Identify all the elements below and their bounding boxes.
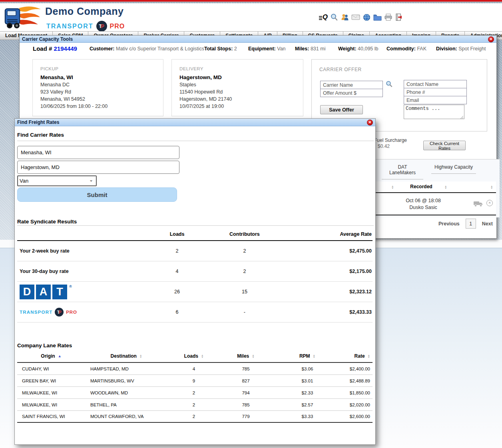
row-loads: 6: [141, 309, 213, 315]
tab-highway-capacity[interactable]: Highway Capacity: [431, 164, 476, 174]
truck-icon[interactable]: [473, 200, 484, 209]
cell-miles: 779: [220, 414, 271, 419]
equipment-select-wrap: Van ⌄: [17, 175, 97, 186]
lane-col-loads[interactable]: Loads▲▼: [167, 353, 220, 359]
table-row: TRANSPORT TP PRO 6 - $2,433.33: [17, 302, 373, 323]
tp-logo-icon: TP: [55, 308, 64, 317]
users-icon[interactable]: [341, 13, 349, 22]
sort-icon: ▲▼: [139, 354, 142, 358]
tab-dat-lanemakers[interactable]: DAT LaneMakers: [382, 164, 423, 179]
close-icon[interactable]: ✕: [488, 36, 494, 42]
cell-origin: SAINT FRANCIS, WI: [17, 414, 85, 419]
cell-origin: MILWAUKEE, WI: [17, 402, 85, 407]
carrier-name-input[interactable]: [320, 81, 383, 89]
comments-textarea[interactable]: [404, 105, 464, 119]
cell-rpm: $2.33: [271, 390, 343, 395]
table-row: Your 2-week buy rate 2 2 $2,475.00: [17, 241, 373, 261]
folder-icon[interactable]: [373, 13, 382, 22]
print-icon[interactable]: [384, 13, 392, 22]
dialog-titlebar[interactable]: Find Freight Rates ✕: [15, 119, 375, 126]
cell-rpm: $2.57: [271, 402, 343, 407]
sort-icon[interactable]: ▲▼: [444, 185, 447, 189]
close-icon[interactable]: ✕: [367, 119, 373, 125]
row-rate: $2,433.33: [277, 309, 373, 315]
cell-rate: $2,600.00: [343, 414, 373, 419]
lane-col-miles[interactable]: Miles▲▼: [220, 353, 271, 359]
brand-transport-text: TRANSPORT: [46, 23, 94, 30]
cell-miles: 827: [220, 378, 271, 383]
fuel-surcharge-label: Fuel Surcharge: [374, 137, 407, 143]
logout-icon[interactable]: [394, 13, 403, 22]
lane-header-row: Origin▲ Destination▲▼ Loads▲▼ Miles▲▼ RP…: [17, 350, 373, 363]
load-number-label: Load # 2194449: [33, 45, 77, 52]
cell-destination: BETHEL, PA: [85, 402, 167, 407]
row-loads: 4: [141, 269, 213, 274]
offer-amount-input[interactable]: [320, 89, 383, 97]
lane-col-rpm[interactable]: RPM▲▼: [271, 353, 343, 359]
table-row: D A T ® 26 15 $2,323.12: [17, 282, 373, 302]
delivery-heading: DELIVERY: [179, 66, 303, 71]
row-rate: $2,175.00: [277, 269, 373, 274]
sort-icon[interactable]: ▲▼: [490, 185, 493, 189]
table-row: SAINT FRANCIS, WI MOUNT CRAWFORD, VA 2 7…: [17, 411, 373, 423]
divider: [17, 141, 374, 141]
origin-input[interactable]: [17, 146, 179, 159]
cell-rate: $2,400.00: [343, 366, 373, 371]
load-number-link[interactable]: 2194449: [54, 45, 77, 52]
mail-icon[interactable]: [351, 13, 360, 22]
sort-ascending-icon: ▲: [58, 354, 62, 358]
row-rate: $2,475.00: [277, 248, 373, 254]
detail-division: Division: Spot Freight: [436, 46, 486, 52]
pickup-panel: PICKUP Menasha, WI Menasha DC 923 Valley…: [32, 59, 163, 116]
capacity-window-titlebar[interactable]: Carrier Capacity Tools ✕: [20, 36, 496, 43]
detail-weight: Weight: 40,095 lb: [338, 46, 378, 52]
syndicate-col-contributors: Contributors: [213, 231, 277, 237]
cell-loads: 2: [167, 390, 220, 395]
row-label: Your 2-week buy rate: [17, 248, 141, 254]
header-toolbar: Q: [319, 13, 403, 22]
equipment-select[interactable]: Van: [17, 175, 97, 186]
pickup-line: Menasha, WI 54952: [40, 96, 163, 102]
previous-button[interactable]: Previous: [438, 221, 460, 227]
next-button[interactable]: Next: [482, 221, 493, 227]
carrier-search-icon[interactable]: [386, 81, 392, 89]
cell-origin: GREEN BAY, WI: [17, 378, 85, 383]
cell-rpm: $3.33: [271, 414, 343, 419]
phone-input[interactable]: [404, 88, 467, 96]
lane-col-rate[interactable]: Rate▲▼: [343, 353, 373, 359]
lane-col-destination[interactable]: Destination▲▼: [85, 353, 167, 359]
page-number-button[interactable]: 1: [466, 219, 476, 229]
pickup-city: Menasha, WI: [40, 74, 163, 80]
screen: { "header": { "title": "Demo Company", "…: [0, 0, 502, 448]
web-icon[interactable]: [362, 13, 371, 22]
search-icon[interactable]: [330, 13, 339, 22]
destination-input[interactable]: [17, 161, 179, 174]
brand-logo: TRANSPORT TP PRO: [46, 21, 125, 32]
row-rate: $2,323.12: [277, 289, 373, 295]
sort-icon[interactable]: ▲▼: [391, 185, 394, 189]
delivery-window: 10/07/2025 at 19:00: [179, 104, 303, 109]
dat-logo: D A T ®: [17, 285, 141, 299]
cell-rpm: $3.01: [271, 378, 343, 383]
contact-name-input[interactable]: [404, 80, 467, 88]
cell-destination: MOUNT CRAWFORD, VA: [85, 414, 167, 419]
syndicate-header-row: Loads Contributors Average Rate: [17, 228, 373, 241]
transport-pro-logo: TRANSPORT TP PRO: [17, 308, 141, 317]
check-current-rates-button[interactable]: Check Current Rates: [423, 141, 466, 150]
carrier-offer-heading: CARRIER OFFER: [319, 67, 362, 72]
row-label: Your 30-day buy rate: [17, 269, 141, 274]
delivery-panel: DELIVERY Hagerstown, MD Staples 11540 Ho…: [171, 59, 303, 116]
save-offer-button[interactable]: Save Offer: [320, 105, 363, 114]
flame-shape: [19, 6, 41, 12]
recorded-column-header[interactable]: Recorded: [403, 184, 439, 189]
remove-icon[interactable]: ✕: [486, 200, 493, 206]
quick-search-icon[interactable]: Q: [319, 13, 328, 22]
rate-syndicate-table: Loads Contributors Average Rate Your 2-w…: [17, 228, 373, 323]
find-freight-rates-dialog: Find Freight Rates ✕ Find Carrier Rates …: [14, 118, 376, 445]
lane-col-origin[interactable]: Origin▲: [17, 353, 85, 359]
pickup-window: 10/06/2025 from 18:00 - 22:00: [40, 104, 163, 109]
cell-miles: 785: [220, 402, 271, 407]
email-input[interactable]: [404, 96, 467, 104]
submit-button[interactable]: Submit: [17, 187, 177, 202]
fuel-surcharge-value: $0.42: [374, 143, 407, 149]
